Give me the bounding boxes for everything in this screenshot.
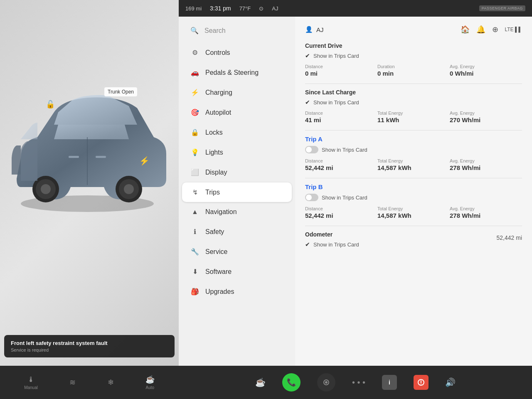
dots-menu[interactable]: • • • — [352, 378, 365, 387]
auto-climate-icon: ☕ — [145, 375, 155, 384]
alert-button-bottom[interactable] — [414, 375, 429, 390]
since-last-charge-checkbox[interactable]: ✔ — [305, 99, 310, 106]
odometer-show-row[interactable]: ✔ Show in Trips Card — [305, 241, 522, 248]
svg-point-7 — [124, 184, 134, 194]
auto-control[interactable]: ☕ Auto — [145, 375, 155, 390]
nav-trips[interactable]: ↯ Trips — [182, 182, 292, 202]
current-drive-show-row[interactable]: ✔ Show in Trips Card — [305, 52, 522, 59]
volume-symbol: 🔊 — [445, 377, 456, 387]
bell-icon[interactable]: 🔔 — [476, 25, 485, 34]
user-info: 👤 AJ — [305, 26, 324, 33]
trip-b-avg-label: Avg. Energy — [450, 206, 522, 211]
safety-icon: ℹ — [190, 228, 200, 236]
charging-label: Charging — [205, 89, 232, 96]
charge-indicator: ⚡ — [139, 156, 150, 166]
current-drive-energy-label: Avg. Energy — [450, 64, 522, 69]
trip-b-distance-value: 52,442 mi — [305, 212, 377, 219]
trip-a-show-row[interactable]: Show in Trips Card — [305, 146, 522, 153]
search-label: Search — [204, 27, 226, 34]
trip-a-title: Trip A — [305, 135, 522, 143]
pedals-label: Pedals & Steering — [205, 69, 259, 76]
camera-icon-bottom[interactable] — [317, 373, 335, 392]
nav-display[interactable]: ⬜ Display — [182, 163, 292, 182]
fault-banner: Front left safety restraint system fault… — [4, 335, 175, 357]
software-label: Software — [205, 268, 232, 276]
info-button-bottom[interactable]: i — [382, 375, 397, 390]
display-icon: ⬜ — [190, 168, 200, 176]
controls-label: Controls — [205, 49, 230, 57]
right-panel: 👤 AJ 🏠 🔔 ⊕ LTE ▌▌ Current Drive ✔ Show i… — [295, 17, 532, 366]
nav-charging[interactable]: ⚡ Charging — [182, 83, 292, 102]
current-drive-distance-label: Distance — [305, 64, 377, 69]
nav-upgrades[interactable]: 🎒 Upgrades — [182, 282, 292, 301]
main-content: 🔍 Search ⚙ Controls 🚗 Pedals & Steering … — [179, 17, 532, 366]
bluetooth-icon[interactable]: ⊕ — [492, 25, 498, 34]
climate-icon-bottom[interactable]: ☕ — [255, 377, 266, 387]
trip-b-show-label: Show in Trips Card — [322, 195, 367, 201]
nav-service[interactable]: 🔧 Service — [182, 242, 292, 261]
fault-subtitle: Service is required — [11, 347, 168, 352]
trip-a-energy: Total Energy 14,587 kWh — [377, 158, 450, 171]
since-last-charge-avg-value: 270 Wh/mi — [450, 116, 522, 123]
since-last-charge-energy-label: Total Energy — [377, 111, 450, 116]
trip-b-stats: Distance 52,442 mi Total Energy 14,587 k… — [305, 206, 522, 219]
username-display: AJ — [316, 26, 324, 33]
search-icon: 🔍 — [190, 27, 199, 34]
divider-4 — [305, 226, 522, 226]
current-drive-duration-label: Duration — [377, 64, 450, 69]
trip-a-avg: Avg. Energy 278 Wh/mi — [450, 158, 522, 171]
nav-lights[interactable]: 💡 Lights — [182, 143, 292, 162]
trip-a-toggle[interactable] — [305, 146, 318, 153]
trip-b-toggle[interactable] — [305, 194, 318, 201]
nav-controls[interactable]: ⚙ Controls — [182, 43, 292, 62]
nav-navigation[interactable]: ▲ Navigation — [182, 202, 292, 222]
gps-icon: ⊙ — [259, 5, 264, 12]
odometer-checkbox[interactable]: ✔ — [305, 241, 310, 248]
camera-button[interactable] — [317, 373, 335, 392]
since-last-charge-show-row[interactable]: ✔ Show in Trips Card — [305, 99, 522, 106]
svg-rect-8 — [96, 156, 106, 158]
current-drive-checkbox[interactable]: ✔ — [305, 52, 310, 59]
trip-b-title: Trip B — [305, 183, 522, 190]
alert-icon[interactable] — [414, 375, 429, 390]
since-last-charge-distance-value: 41 mi — [305, 116, 377, 123]
trip-a-show-label: Show in Trips Card — [322, 147, 367, 153]
controls-icon: ⚙ — [190, 49, 200, 57]
locks-icon: 🔒 — [190, 128, 200, 136]
seat-heat-control[interactable]: ≋ — [69, 378, 76, 387]
trip-a-distance: Distance 52,442 mi — [305, 158, 377, 171]
nav-safety[interactable]: ℹ Safety — [182, 222, 292, 241]
manual-control[interactable]: 🌡 Manual — [24, 375, 38, 390]
service-icon: 🔧 — [190, 248, 200, 256]
climate-symbol: ☕ — [255, 377, 266, 387]
current-drive-distance-value: 0 mi — [305, 70, 377, 77]
software-icon: ⬇ — [190, 268, 200, 276]
trip-a-distance-value: 52,442 mi — [305, 164, 377, 171]
nav-autopilot[interactable]: 🎯 Autopilot — [182, 103, 292, 122]
nav-locks[interactable]: 🔒 Locks — [182, 123, 292, 142]
trip-b-section: Trip B Show in Trips Card Distance 52,44… — [305, 183, 522, 219]
since-last-charge-energy-value: 11 kWh — [377, 116, 450, 123]
search-item[interactable]: 🔍 Search — [182, 22, 292, 39]
since-last-charge-show-label: Show in Trips Card — [313, 99, 359, 106]
phone-button[interactable]: 📞 — [282, 373, 300, 392]
service-label: Service — [205, 248, 227, 256]
trips-label: Trips — [205, 189, 220, 196]
since-last-charge-avg-label: Avg. Energy — [450, 111, 522, 116]
current-drive-distance: Distance 0 mi — [305, 64, 377, 77]
nav-software[interactable]: ⬇ Software — [182, 262, 292, 281]
trip-b-show-row[interactable]: Show in Trips Card — [305, 194, 522, 201]
dots-icon: • • • — [352, 378, 365, 387]
since-last-charge-title: Since Last Charge — [305, 89, 522, 96]
since-last-charge-stats: Distance 41 mi Total Energy 11 kWh Avg. … — [305, 111, 522, 123]
info-icon[interactable]: i — [382, 375, 397, 390]
manual-label: Manual — [24, 385, 38, 390]
auto-label: Auto — [146, 385, 155, 390]
phone-icon-bottom[interactable]: 📞 — [282, 373, 300, 392]
odometer-show-label: Show in Trips Card — [313, 241, 359, 248]
home-icon[interactable]: 🏠 — [461, 25, 470, 34]
defrост-control[interactable]: ❄ — [108, 378, 114, 387]
volume-icon-bottom[interactable]: 🔊 — [445, 377, 456, 387]
bottom-bar: ☕ 📞 • • • i 🔊 — [179, 366, 532, 399]
nav-pedals[interactable]: 🚗 Pedals & Steering — [182, 63, 292, 82]
